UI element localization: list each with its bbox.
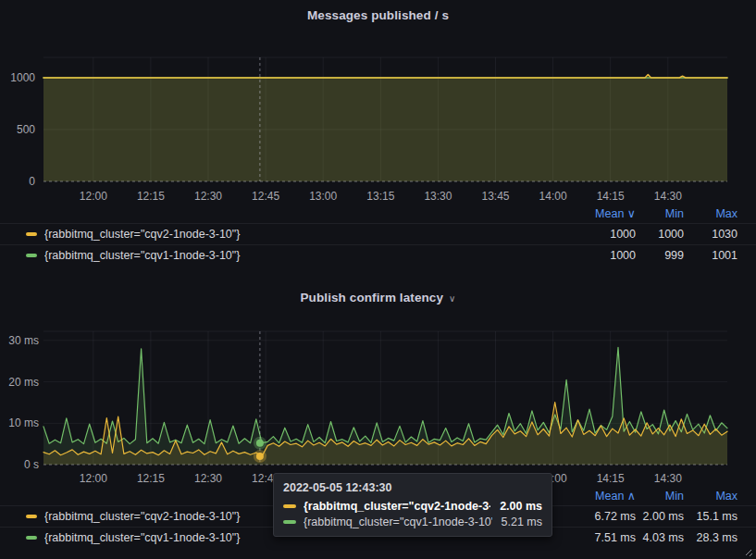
series-line-cqv2 <box>43 75 727 78</box>
y-axis-label: 500 <box>17 123 35 136</box>
legend-sort-min[interactable]: Min <box>636 207 684 220</box>
legend-max-value: 15.1 ms <box>684 510 737 523</box>
tooltip-series-label: {rabbitmq_cluster="cqv2-1node-3-10"} <box>304 500 490 513</box>
series-label[interactable]: {rabbitmq_cluster="cqv1-1node-3-10"} <box>44 249 564 262</box>
x-axis-label: 13:45 <box>481 190 509 203</box>
tooltip-row-cqv1: {rabbitmq_cluster="cqv1-1node-3-10"} 5.2… <box>283 516 542 528</box>
hover-tooltip: 2022-05-05 12:43:30 {rabbitmq_cluster="c… <box>273 473 552 537</box>
series-color-swatch <box>283 520 296 524</box>
series-fill-cqv2 <box>43 75 727 181</box>
legend-min-value: 999 <box>636 249 684 262</box>
legend-min-value: 4.03 ms <box>636 531 684 544</box>
legend-row-cqv2: {rabbitmq_cluster="cqv2-1node-3-10"} 100… <box>0 223 756 244</box>
series-color-swatch <box>26 232 37 236</box>
series-color-swatch <box>26 536 37 540</box>
legend-max-value: 28.3 ms <box>684 531 737 544</box>
x-axis-label: 12:30 <box>194 472 222 485</box>
x-axis-label: 12:45 <box>252 190 279 203</box>
legend-sort-mean[interactable]: Mean ∨ <box>564 206 636 220</box>
legend-mean-value: 7.51 ms <box>564 531 636 544</box>
x-axis-label: 12:30 <box>194 190 222 203</box>
tooltip-row-cqv2: {rabbitmq_cluster="cqv2-1node-3-10"} 2.0… <box>283 500 542 513</box>
series-color-swatch <box>26 515 37 518</box>
legend-min-value: 1000 <box>636 228 684 241</box>
y-axis-label: 1000 <box>10 71 35 84</box>
legend-max-value: 1030 <box>684 228 737 241</box>
legend-mean-value: 6.72 ms <box>564 510 636 523</box>
y-axis-label: 10 ms <box>8 416 39 429</box>
legend-max-value: 1001 <box>684 249 737 262</box>
series-label[interactable]: {rabbitmq_cluster="cqv2-1node-3-10"} <box>44 228 564 241</box>
hover-point <box>256 453 264 460</box>
legend-min-value: 2.00 ms <box>636 510 684 523</box>
series-color-swatch <box>26 254 37 257</box>
x-axis-label: 12:00 <box>80 190 107 203</box>
x-axis-label: 13:30 <box>424 190 452 203</box>
y-axis-label: 30 ms <box>8 334 39 347</box>
legend-messages-published: Mean ∨ Min Max {rabbitmq_cluster="cqv2-1… <box>0 204 756 266</box>
x-axis-label: 14:00 <box>539 190 567 203</box>
legend-mean-value: 1000 <box>564 249 636 262</box>
x-axis-label: 14:30 <box>654 190 682 203</box>
x-axis-label: 12:15 <box>137 472 165 485</box>
legend-mean-value: 1000 <box>564 228 636 241</box>
legend-sort-max[interactable]: Max <box>684 207 737 220</box>
legend-header: Mean ∨ Min Max <box>0 204 756 223</box>
tooltip-series-value: 5.21 ms <box>502 516 542 528</box>
x-axis-label: 14:15 <box>597 472 625 485</box>
x-axis-label: 12:00 <box>80 472 107 485</box>
tooltip-series-value: 2.00 ms <box>500 500 542 513</box>
y-axis-label: 0 s <box>24 458 39 471</box>
x-axis-label: 14:15 <box>597 190 625 203</box>
legend-sort-max[interactable]: Max <box>684 490 737 503</box>
panel-resize-handle[interactable] <box>743 547 752 556</box>
legend-sort-mean[interactable]: Mean ∧ <box>564 489 636 503</box>
legend-row-cqv1: {rabbitmq_cluster="cqv1-1node-3-10"} 100… <box>0 244 756 266</box>
hover-point <box>256 440 264 447</box>
x-axis-label: 14:30 <box>654 472 682 485</box>
tooltip-timestamp: 2022-05-05 12:43:30 <box>283 481 542 494</box>
x-axis-label: 13:00 <box>309 190 337 203</box>
x-axis-label: 13:15 <box>366 190 394 203</box>
x-axis-label: 12:15 <box>137 190 165 203</box>
tooltip-series-label: {rabbitmq_cluster="cqv1-1node-3-10"} <box>304 516 492 528</box>
series-color-swatch <box>283 504 296 508</box>
legend-sort-min[interactable]: Min <box>636 490 684 503</box>
grafana-dashboard: Messages published / s Publish confirm l… <box>0 0 756 559</box>
y-axis-label: 20 ms <box>8 376 39 389</box>
y-axis-label: 0 <box>29 175 35 188</box>
